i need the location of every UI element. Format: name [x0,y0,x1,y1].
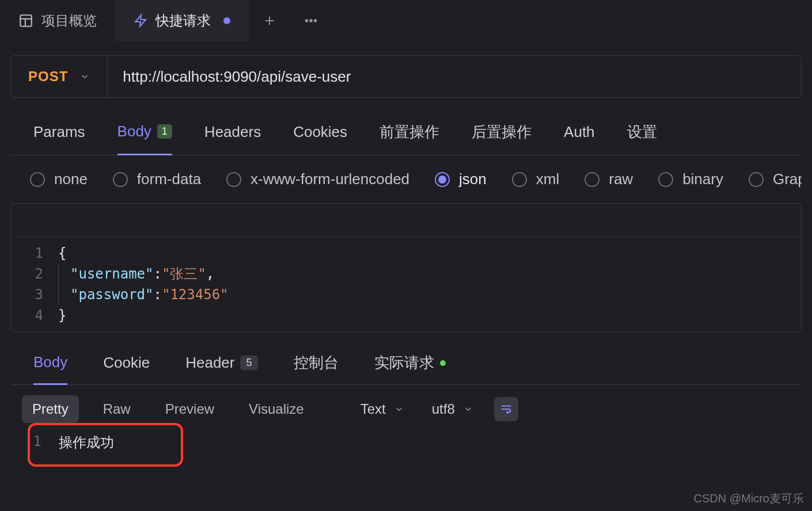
editor-toolbar [11,204,801,237]
request-body-editor[interactable]: 1234 { "username":"张三", "password":"1234… [10,203,802,332]
response-controls: Pretty Raw Preview Visualize Text utf8 [10,385,802,433]
radio-icon [30,172,45,187]
response-content: 操作成功 [51,433,114,452]
chevron-down-icon [79,71,90,82]
tab-pre-request[interactable]: 前置操作 [380,112,439,155]
tab-auth[interactable]: Auth [564,112,595,155]
lightning-icon [134,14,147,28]
svg-point-7 [310,20,312,22]
body-count-badge: 1 [157,124,172,139]
add-tab-button[interactable] [249,0,290,41]
radio-icon [226,172,241,187]
response-body-editor[interactable]: 1 操作成功 [22,433,790,452]
svg-point-8 [314,20,316,22]
status-dot-icon [440,360,446,366]
radio-form-data[interactable]: form-data [113,170,201,188]
radio-graphql[interactable]: GraphQL [749,170,802,188]
view-pretty-button[interactable]: Pretty [22,395,79,423]
svg-point-6 [305,20,308,22]
watermark-text: CSDN @Micro麦可乐 [694,491,804,506]
tab-post-request[interactable]: 后置操作 [472,112,532,155]
method-label: POST [28,68,68,85]
radio-none[interactable]: none [30,170,88,188]
resp-tab-body[interactable]: Body [33,346,67,385]
code-content[interactable]: { "username":"张三", "password":"123456" } [54,243,229,326]
request-bar: POST [10,55,802,98]
tab-project-overview[interactable]: 项目概览 [0,0,115,41]
resp-tab-header[interactable]: Header 5 [185,346,257,384]
tab-body-label: Body [117,123,151,140]
radio-icon [749,172,764,187]
resp-tab-cookie[interactable]: Cookie [103,346,150,384]
word-wrap-button[interactable] [494,397,518,421]
chevron-down-icon [463,404,473,414]
more-tabs-button[interactable] [290,0,332,41]
layout-icon [18,13,33,28]
chevron-down-icon [394,404,404,414]
header-count-badge: 5 [240,356,257,370]
radio-icon [113,172,128,187]
view-visualize-button[interactable]: Visualize [238,395,314,423]
request-subtabs: Params Body 1 Headers Cookies 前置操作 后置操作 … [10,112,802,155]
tab-label: 快捷请求 [155,12,211,30]
url-input[interactable] [108,56,801,97]
view-raw-button[interactable]: Raw [93,395,141,423]
tab-params[interactable]: Params [33,112,85,155]
format-select[interactable]: Text [354,396,411,422]
wrap-icon [500,403,513,415]
radio-binary[interactable]: binary [658,170,723,188]
line-numbers: 1 [22,433,51,452]
radio-icon [435,172,450,187]
radio-raw[interactable]: raw [585,170,633,188]
view-preview-button[interactable]: Preview [155,395,225,423]
tab-headers[interactable]: Headers [204,112,261,155]
line-numbers: 1234 [11,243,54,326]
encoding-select[interactable]: utf8 [425,396,480,422]
resp-tab-console[interactable]: 控制台 [294,346,339,384]
radio-icon [512,172,527,187]
body-type-radios: none form-data x-www-form-urlencoded jso… [10,155,802,203]
tab-quick-request[interactable]: 快捷请求 [115,0,249,41]
radio-x-www-form-urlencoded[interactable]: x-www-form-urlencoded [226,170,409,188]
tab-cookies[interactable]: Cookies [293,112,347,155]
tab-body[interactable]: Body 1 [117,112,172,155]
response-subtabs: Body Cookie Header 5 控制台 实际请求 [10,346,802,385]
svg-marker-3 [135,15,146,26]
tab-label: 项目概览 [41,12,97,30]
radio-icon [585,172,599,187]
app-tabs-bar: 项目概览 快捷请求 [0,0,812,41]
tab-settings[interactable]: 设置 [627,112,657,155]
unsaved-indicator-icon [223,17,230,24]
resp-tab-actual-request[interactable]: 实际请求 [374,346,446,384]
radio-json[interactable]: json [435,170,487,188]
radio-xml[interactable]: xml [512,170,559,188]
radio-icon [658,172,673,187]
http-method-select[interactable]: POST [11,56,108,97]
